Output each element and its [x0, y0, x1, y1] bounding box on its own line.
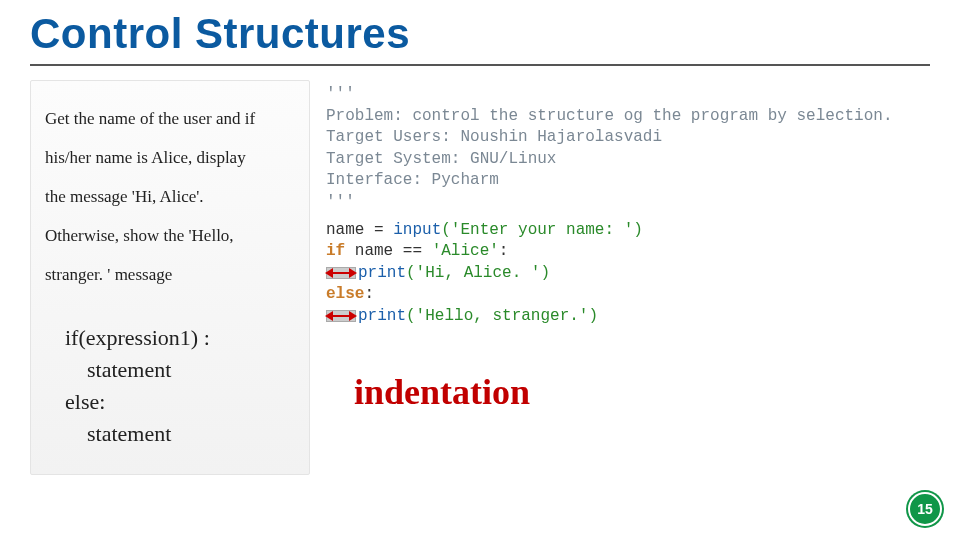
docstring: ''': [326, 192, 930, 214]
page-number-badge: 15: [908, 492, 942, 526]
docstring: ''': [326, 84, 930, 106]
indentation-arrow-icon: [326, 310, 356, 322]
code-line: name = input('Enter your name: '): [326, 220, 930, 242]
keyword: else: [326, 285, 364, 303]
left-panel: Get the name of the user and if his/her …: [30, 80, 310, 475]
code-text: :: [364, 285, 374, 303]
function-call: print: [358, 264, 406, 282]
code-line: if name == 'Alice':: [326, 241, 930, 263]
operator: =: [374, 221, 393, 239]
docstring: Target System: GNU/Linux: [326, 149, 930, 171]
keyword: if: [326, 242, 355, 260]
page-number: 15: [917, 501, 933, 517]
task-line: his/her name is Alice, display: [45, 138, 295, 177]
task-line: the message 'Hi, Alice'.: [45, 177, 295, 216]
string-literal: ('Enter your name: '): [441, 221, 643, 239]
code-text: name ==: [355, 242, 432, 260]
code-line: else:: [326, 284, 930, 306]
string-literal: 'Alice': [432, 242, 499, 260]
content-columns: Get the name of the user and if his/her …: [30, 80, 930, 475]
code-line: print('Hello, stranger.'): [326, 306, 930, 328]
code-text: :: [499, 242, 509, 260]
slide: Control Structures Get the name of the u…: [0, 0, 960, 540]
indentation-label: indentation: [354, 368, 930, 417]
syntax-template: if(expression1) : statement else: statem…: [65, 322, 295, 450]
task-line: Otherwise, show the 'Hello,: [45, 216, 295, 255]
docstring: Interface: Pycharm: [326, 170, 930, 192]
task-line: stranger. ' message: [45, 255, 295, 294]
code-block: name = input('Enter your name: ') if nam…: [326, 220, 930, 328]
syntax-line: statement: [65, 354, 295, 386]
indentation-arrow-icon: [326, 267, 356, 279]
code-line: print('Hi, Alice. '): [326, 263, 930, 285]
docstring: Target Users: Noushin Hajarolasvadi: [326, 127, 930, 149]
page-title: Control Structures: [30, 10, 930, 66]
code-panel: ''' Problem: control the structure og th…: [326, 80, 930, 475]
code-text: name: [326, 221, 374, 239]
syntax-line: statement: [65, 418, 295, 450]
syntax-line: if(expression1) :: [65, 322, 295, 354]
string-literal: ('Hi, Alice. '): [406, 264, 550, 282]
task-line: Get the name of the user and if: [45, 99, 295, 138]
function-call: print: [358, 307, 406, 325]
string-literal: ('Hello, stranger.'): [406, 307, 598, 325]
docstring: Problem: control the structure og the pr…: [326, 106, 930, 128]
function-call: input: [393, 221, 441, 239]
syntax-line: else:: [65, 386, 295, 418]
task-description: Get the name of the user and if his/her …: [45, 99, 295, 294]
